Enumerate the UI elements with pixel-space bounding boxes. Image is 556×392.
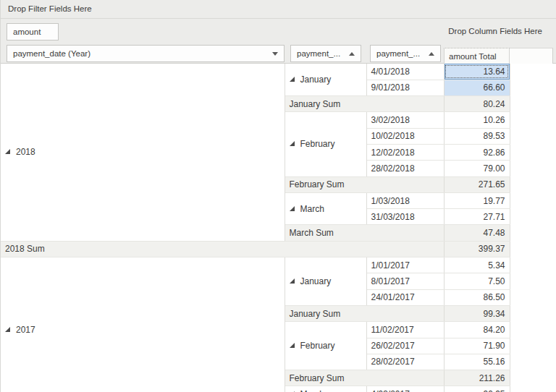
cell-text: January: [300, 276, 332, 286]
row-header-date[interactable]: 1/01/2017: [366, 257, 444, 273]
sort-ascending-icon[interactable]: [429, 52, 434, 56]
cell-text: February: [300, 341, 335, 351]
cell-text: 26/02/2017: [371, 341, 415, 351]
data-cell[interactable]: 13.64: [444, 64, 510, 80]
row-field-label: payment_date (Year): [13, 49, 268, 58]
cell-text: 92.86: [483, 148, 505, 158]
value-column-header-label: amount Total: [449, 52, 497, 61]
cell-text: 9/01/2018: [371, 82, 410, 93]
row-header-date[interactable]: 1/03/2018: [366, 192, 444, 208]
cell-text: 8/01/2017: [371, 276, 410, 286]
row-header-date[interactable]: 11/02/2017: [366, 322, 444, 338]
cell-text: 399.37: [479, 244, 505, 254]
sum-cell[interactable]: 47.48: [444, 225, 510, 241]
data-cell[interactable]: 89.53: [444, 128, 510, 144]
data-field-amount[interactable]: amount: [7, 23, 59, 41]
year-sum-label[interactable]: 2018 Sum: [1, 241, 444, 257]
row-header-date[interactable]: 26/02/2017: [366, 338, 444, 354]
data-cell[interactable]: 10.26: [444, 112, 510, 128]
sum-label[interactable]: February Sum: [285, 176, 444, 192]
row-header-date[interactable]: 28/02/2018: [366, 161, 444, 176]
data-cell[interactable]: 71.90: [444, 338, 510, 354]
row-header-month-february-2017[interactable]: February: [285, 322, 366, 370]
sum-cell[interactable]: 211.26: [444, 370, 510, 386]
expand-collapse-icon[interactable]: [290, 77, 295, 82]
cell-text: 4/03/2017: [371, 389, 410, 392]
cell-text: January Sum: [290, 309, 341, 319]
data-cell[interactable]: 66.60: [444, 80, 510, 95]
row-header-month-january-2017[interactable]: January: [285, 257, 366, 306]
row-header-month-february-2018[interactable]: February: [285, 112, 366, 176]
row-header-date[interactable]: 28/02/2017: [366, 354, 444, 370]
row-header-year-2017[interactable]: 2017: [1, 257, 285, 392]
sum-label[interactable]: January Sum: [285, 96, 444, 112]
row-header-date[interactable]: 9/01/2018: [366, 80, 444, 95]
expand-collapse-icon[interactable]: [290, 278, 295, 284]
table-row: 2017January1/01/20175.34: [1, 257, 510, 273]
cell-text: 90.95: [483, 389, 505, 392]
pivot-grid: Drop Filter Fields Here Drop Column Fiel…: [0, 0, 556, 392]
sort-ascending-icon[interactable]: [349, 52, 355, 56]
cell-text: February Sum: [290, 179, 345, 189]
sum-cell[interactable]: 80.24: [444, 96, 510, 112]
value-column-header[interactable]: amount Total: [444, 48, 510, 64]
cell-text: March: [300, 389, 324, 392]
dropdown-arrow-icon[interactable]: [272, 52, 278, 56]
data-cell[interactable]: 27.71: [444, 209, 510, 225]
cell-text: 10.26: [483, 115, 505, 125]
table-row: 2018 Sum399.37: [1, 241, 510, 257]
data-cell[interactable]: 7.50: [444, 273, 510, 289]
sum-label[interactable]: March Sum: [285, 225, 444, 241]
sum-cell[interactable]: 399.37: [444, 241, 510, 257]
row-header-date[interactable]: 4/01/2018: [366, 64, 444, 80]
data-cell[interactable]: 5.34: [444, 257, 510, 273]
row-header-date[interactable]: 10/02/2018: [366, 128, 444, 144]
row-header-month-march-2017[interactable]: March: [285, 386, 366, 392]
column-drop-zone[interactable]: Drop Column Fields Here: [1, 19, 556, 43]
row-header-date[interactable]: 12/02/2018: [366, 144, 444, 160]
expand-collapse-icon[interactable]: [290, 206, 295, 211]
row-header-date[interactable]: 31/03/2018: [366, 209, 444, 225]
column-drop-hint: Drop Column Fields Here: [448, 27, 542, 35]
data-cell[interactable]: 55.16: [444, 354, 510, 370]
expand-collapse-icon[interactable]: [5, 327, 10, 332]
row-header-date[interactable]: 4/03/2017: [366, 386, 444, 392]
cell-text: 1/01/2017: [371, 260, 410, 270]
expand-collapse-icon[interactable]: [290, 141, 295, 146]
filter-drop-zone[interactable]: Drop Filter Fields Here: [1, 0, 556, 19]
cell-text: 55.16: [483, 357, 505, 367]
sum-label[interactable]: February Sum: [285, 370, 444, 386]
data-cell[interactable]: 90.95: [444, 386, 510, 392]
data-cell[interactable]: 84.20: [444, 322, 510, 338]
expand-collapse-icon[interactable]: [290, 343, 295, 348]
data-cell[interactable]: 92.86: [444, 144, 510, 160]
cell-text: February: [300, 139, 335, 149]
row-field-label: payment_...: [297, 49, 345, 58]
cell-text: 4/01/2018: [371, 67, 410, 77]
row-header-date[interactable]: 24/01/2017: [366, 289, 444, 305]
row-field-payment-date-month[interactable]: payment_...: [290, 45, 361, 62]
row-header-month-january-2018[interactable]: January: [285, 64, 366, 96]
row-header-year-2018[interactable]: 2018: [1, 64, 285, 241]
row-field-payment-date-day[interactable]: payment_...: [370, 45, 441, 62]
cell-text: 12/02/2018: [371, 148, 415, 158]
cell-text: 28/02/2017: [371, 357, 415, 367]
sum-cell[interactable]: 99.34: [444, 305, 510, 321]
sum-cell[interactable]: 271.65: [444, 176, 510, 192]
sum-label[interactable]: January Sum: [285, 305, 444, 321]
filter-drop-hint: Drop Filter Fields Here: [8, 4, 92, 13]
row-header-date[interactable]: 3/02/2018: [366, 112, 444, 128]
data-cell[interactable]: 86.50: [444, 289, 510, 305]
row-header-month-march-2018[interactable]: March: [285, 192, 366, 225]
cell-text: 271.65: [479, 179, 505, 189]
data-cell[interactable]: 79.00: [444, 161, 510, 176]
expand-collapse-icon[interactable]: [5, 149, 10, 154]
data-cell[interactable]: 19.77: [444, 192, 510, 208]
cell-text: 1/03/2018: [371, 196, 410, 206]
row-header-date[interactable]: 8/01/2017: [366, 273, 444, 289]
cell-text: 2018: [16, 147, 35, 157]
row-field-payment-date-year[interactable]: payment_date (Year): [7, 45, 285, 62]
data-field-label: amount: [13, 27, 52, 36]
cell-text: 86.50: [483, 292, 505, 302]
cell-text: March: [300, 204, 324, 214]
